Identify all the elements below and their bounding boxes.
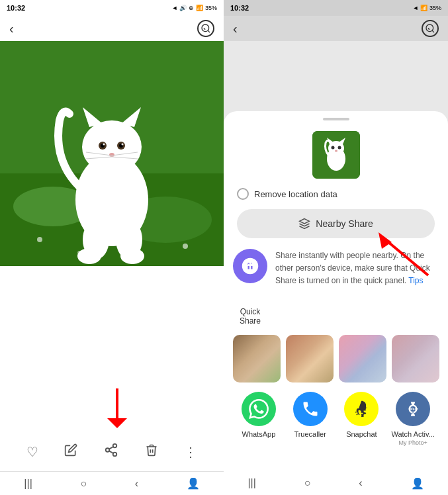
svg-point-6 xyxy=(37,237,42,242)
contact-item-1[interactable] xyxy=(233,335,281,382)
svg-point-20 xyxy=(109,153,114,157)
sheet-handle xyxy=(323,118,349,120)
remove-location-label: Remove location data xyxy=(254,189,337,199)
cat-image xyxy=(0,41,224,266)
status-icons-right: ◄ 📶 35% xyxy=(413,5,441,11)
lens-icon-right[interactable] xyxy=(422,20,439,37)
quick-share-label: Quick Share xyxy=(233,307,267,326)
back-button-right[interactable]: ‹ xyxy=(233,21,238,36)
wear-icon[interactable]: Wear xyxy=(396,392,430,426)
nav-home-right[interactable]: ○ xyxy=(304,477,311,489)
nav-person-right[interactable]: 👤 xyxy=(411,477,424,490)
status-icons-left: ◄ 🔊 ⊕ 📶 35% xyxy=(172,5,217,11)
quick-share-icon[interactable] xyxy=(233,249,267,283)
svg-point-42 xyxy=(331,146,334,150)
nearby-share-label: Nearby Share xyxy=(316,218,373,229)
svg-point-36 xyxy=(426,24,433,32)
nav-back-left[interactable]: ‹ xyxy=(135,478,138,490)
bottom-toolbar: ♡ ⋮ xyxy=(0,435,224,469)
contact-item-3[interactable] xyxy=(339,335,386,382)
status-bar-right: 10:32 ◄ 📶 35% xyxy=(224,0,448,16)
svg-point-19 xyxy=(122,144,124,146)
nav-person-left[interactable]: 👤 xyxy=(187,477,200,490)
contact-item-2[interactable] xyxy=(286,335,334,382)
svg-line-34 xyxy=(109,451,113,453)
truecaller-label: Truecaller xyxy=(294,430,326,438)
share-icon[interactable] xyxy=(104,443,118,461)
snapchat-label: Snapchat xyxy=(346,430,377,438)
svg-text:Wear: Wear xyxy=(410,407,419,411)
status-bar-left: 10:32 ◄ 🔊 ⊕ 📶 35% xyxy=(0,0,224,16)
svg-point-43 xyxy=(337,146,341,150)
share-sheet: Remove location data Nearby Share xyxy=(224,111,448,495)
watch-activity-app-item[interactable]: Wear Watch Activ... My Photo+ xyxy=(389,392,437,446)
contact-grid xyxy=(224,335,448,382)
tips-link[interactable]: Tips xyxy=(408,276,423,285)
svg-point-33 xyxy=(113,453,117,457)
trash-icon[interactable] xyxy=(145,443,158,460)
svg-point-28 xyxy=(120,248,144,264)
svg-point-18 xyxy=(103,144,105,146)
back-button-left[interactable]: ‹ xyxy=(9,21,14,36)
remove-location-row: Remove location data xyxy=(224,188,448,200)
left-panel: 10:32 ◄ 🔊 ⊕ 📶 35% ‹ xyxy=(0,0,224,495)
svg-point-32 xyxy=(106,448,110,452)
watch-activity-label: Watch Activ... xyxy=(391,430,434,438)
nav-home-left[interactable]: ○ xyxy=(80,478,87,490)
app-row: WhatsApp Truecaller Snapchat xyxy=(224,392,448,446)
snapchat-icon[interactable] xyxy=(344,392,379,426)
quick-share-section: Quick Share Share instantly with people … xyxy=(224,249,448,326)
lens-icon-left[interactable] xyxy=(197,20,214,37)
watch-activity-sublabel: My Photo+ xyxy=(398,439,427,446)
whatsapp-icon[interactable] xyxy=(242,392,276,426)
remove-location-radio[interactable] xyxy=(237,188,249,200)
whatsapp-label: WhatsApp xyxy=(242,430,276,438)
contact-item-4[interactable] xyxy=(392,335,439,382)
whatsapp-app-item[interactable]: WhatsApp xyxy=(235,392,283,446)
edit-icon[interactable] xyxy=(64,443,77,460)
svg-point-11 xyxy=(82,120,142,173)
nav-bar-right: ||| ○ ‹ 👤 xyxy=(224,471,448,495)
svg-point-31 xyxy=(113,444,117,448)
preview-image xyxy=(312,131,360,179)
snapchat-app-item[interactable]: Snapchat xyxy=(337,392,385,446)
svg-point-8 xyxy=(183,244,188,249)
nav-back-right[interactable]: ‹ xyxy=(359,477,362,489)
red-arrow-down xyxy=(101,385,134,434)
svg-marker-30 xyxy=(107,418,127,428)
svg-point-27 xyxy=(77,248,101,264)
right-panel: 10:32 ◄ 📶 35% ‹ xyxy=(224,0,448,495)
nearby-share-button[interactable]: Nearby Share xyxy=(237,209,435,238)
nav-bar-left: ||| ○ ‹ 👤 xyxy=(0,471,224,495)
svg-point-0 xyxy=(202,24,209,32)
truecaller-app-item[interactable]: Truecaller xyxy=(287,392,334,446)
more-icon[interactable]: ⋮ xyxy=(184,444,197,460)
svg-point-44 xyxy=(335,150,337,152)
nav-menu-right[interactable]: ||| xyxy=(247,477,255,489)
truecaller-icon[interactable] xyxy=(293,392,328,426)
quick-share-description: Share instantly with people nearby. On t… xyxy=(275,249,439,287)
top-bar-right: ‹ xyxy=(224,16,448,41)
status-time: 10:32 xyxy=(7,4,25,12)
svg-line-35 xyxy=(109,447,113,449)
status-time-right: 10:32 xyxy=(230,4,249,12)
top-bar-left: ‹ xyxy=(0,16,224,41)
nav-menu-left[interactable]: ||| xyxy=(24,478,32,490)
heart-icon[interactable]: ♡ xyxy=(26,444,38,460)
cat-photo xyxy=(0,41,224,266)
